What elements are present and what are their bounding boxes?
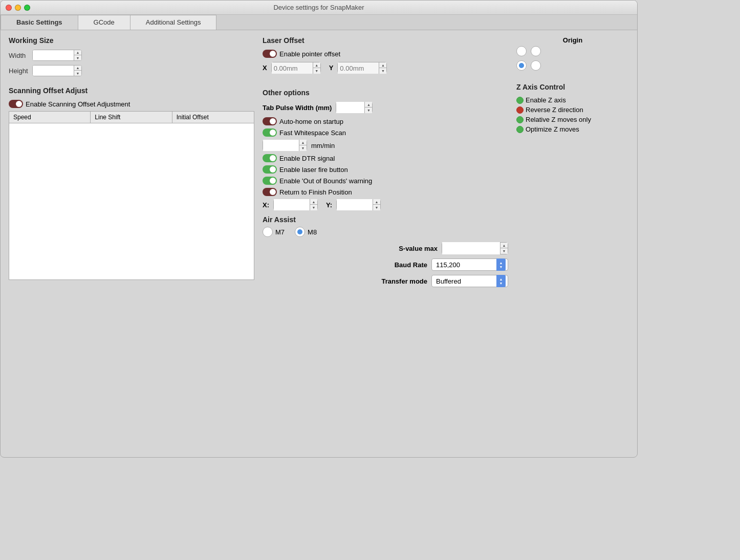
height-label: Height (9, 67, 29, 75)
speed-spinner: ▲ ▼ (299, 140, 307, 151)
laser-y-up[interactable]: ▲ (379, 62, 386, 68)
enable-laser-toggle[interactable] (263, 165, 277, 174)
laser-y-down[interactable]: ▼ (379, 68, 386, 74)
enable-z-label: Enable Z axis (526, 96, 566, 104)
enable-oob-toggle[interactable] (263, 177, 277, 185)
transfer-mode-arrows[interactable]: ▲ ▼ (496, 275, 506, 287)
width-field[interactable]: 330.0mm (33, 50, 74, 61)
origin-br[interactable] (531, 60, 541, 71)
optimize-z-label: Optimize Z moves (526, 125, 579, 133)
fp-x-field[interactable]: 0.0 (274, 199, 310, 210)
auto-home-toggle[interactable] (263, 117, 277, 125)
s-value-input[interactable]: 255 ▲ ▼ (442, 242, 508, 254)
close-button[interactable] (6, 5, 12, 11)
optimize-z-row: Optimize Z moves (516, 125, 629, 133)
scanning-offset-title: Scanning Offset Adjust (9, 87, 254, 95)
fp-y-down[interactable]: ▼ (373, 205, 380, 210)
laser-x-field[interactable] (272, 62, 313, 74)
tab-pulse-field[interactable]: 0.050 (336, 102, 364, 113)
m7-radio[interactable] (263, 227, 273, 237)
relative-z-row: Relative Z moves only (516, 116, 629, 123)
fp-y-spinner: ▲ ▼ (373, 199, 380, 210)
width-down[interactable]: ▼ (74, 55, 81, 61)
tab-gcode[interactable]: GCode (78, 15, 130, 30)
col-initial-offset: Initial Offset (172, 112, 254, 123)
height-down[interactable]: ▼ (74, 71, 81, 76)
m7-label: M7 (275, 228, 285, 236)
tab-additional-settings[interactable]: Additional Settings (130, 15, 217, 30)
speed-field[interactable]: 2000 (263, 140, 299, 151)
fp-x-down[interactable]: ▼ (310, 205, 317, 210)
enable-dtr-toggle[interactable] (263, 154, 277, 162)
baud-down-icon: ▼ (499, 265, 503, 269)
window-title: Device settings for SnapMaker (273, 4, 364, 11)
origin-tr[interactable] (531, 46, 541, 56)
maximize-button[interactable] (24, 5, 30, 11)
s-value-label: S-value max (399, 245, 438, 252)
return-finish-row: Return to Finish Position (263, 188, 508, 196)
s-value-down[interactable]: ▼ (500, 248, 508, 254)
laser-offset-toggle[interactable] (263, 50, 277, 58)
scan-table-header: Speed Line Shift Initial Offset (9, 112, 254, 123)
minimize-button[interactable] (15, 5, 21, 11)
speed-row: 2000 ▲ ▼ mm/min (263, 140, 508, 151)
height-spinner: ▲ ▼ (74, 65, 81, 76)
speed-down[interactable]: ▼ (299, 145, 307, 151)
m7-option[interactable]: M7 (263, 227, 285, 237)
air-assist-section: Air Assist M7 M8 (263, 216, 508, 237)
transfer-mode-row: Transfer mode Buffered ▲ ▼ (263, 275, 508, 287)
origin-bl[interactable] (516, 60, 527, 71)
fast-whitespace-label: Fast Whitespace Scan (279, 129, 346, 137)
laser-enable-row: Enable pointer offset (263, 50, 508, 58)
speed-up[interactable]: ▲ (299, 140, 307, 145)
s-value-field[interactable]: 255 (442, 242, 500, 254)
enable-oob-label: Enable 'Out of Bounds' warning (279, 177, 372, 185)
relative-z-dot (516, 116, 524, 123)
speed-input[interactable]: 2000 ▲ ▼ (263, 140, 307, 151)
col1: Working Size Width 330.0mm ▲ ▼ Height 36… (9, 36, 254, 291)
title-bar: Device settings for SnapMaker (1, 1, 637, 15)
tab-bar: Basic Settings GCode Additional Settings (1, 15, 637, 30)
tab-pulse-up[interactable]: ▲ (365, 102, 372, 107)
fp-x-input[interactable]: 0.0 ▲ ▼ (273, 199, 318, 210)
working-size-section: Working Size Width 330.0mm ▲ ▼ Height 36… (9, 36, 254, 76)
height-field[interactable]: 360.0mm (33, 65, 74, 76)
tab-pulse-down[interactable]: ▼ (365, 107, 372, 113)
laser-x-up[interactable]: ▲ (313, 62, 320, 68)
laser-x-input[interactable]: ▲ ▼ (271, 62, 321, 73)
tab-pulse-input[interactable]: 0.050 ▲ ▼ (336, 102, 373, 113)
fp-y-field[interactable]: 0.0 (337, 199, 373, 210)
height-up[interactable]: ▲ (74, 65, 81, 71)
origin-tl[interactable] (516, 46, 527, 56)
baud-rate-select[interactable]: 115,200 ▲ ▼ (431, 259, 508, 271)
col-line-shift: Line Shift (91, 112, 172, 123)
return-finish-toggle[interactable] (263, 188, 277, 196)
transfer-mode-select[interactable]: Buffered ▲ ▼ (431, 275, 508, 287)
laser-x-down[interactable]: ▼ (313, 68, 320, 74)
laser-y-label: Y (329, 64, 334, 72)
m8-radio[interactable] (295, 227, 305, 237)
relative-z-label: Relative Z moves only (526, 116, 591, 123)
s-value-spinner: ▲ ▼ (500, 243, 508, 254)
baud-rate-arrows[interactable]: ▲ ▼ (496, 259, 506, 271)
scanning-offset-toggle[interactable] (9, 100, 23, 108)
origin-section: Origin (516, 36, 629, 73)
fp-y-input[interactable]: 0.0 ▲ ▼ (336, 199, 381, 210)
tab-basic-settings[interactable]: Basic Settings (1, 15, 78, 30)
enable-dtr-row: Enable DTR signal (263, 154, 508, 162)
fp-x-up[interactable]: ▲ (310, 199, 317, 205)
z-axis-title: Z Axis Control (516, 83, 629, 91)
laser-y-field[interactable] (338, 62, 379, 74)
fp-y-up[interactable]: ▲ (373, 199, 380, 205)
s-value-up[interactable]: ▲ (500, 243, 508, 248)
width-input[interactable]: 330.0mm ▲ ▼ (32, 50, 82, 61)
laser-y-input[interactable]: ▲ ▼ (337, 62, 387, 73)
fast-whitespace-toggle[interactable] (263, 128, 277, 137)
laser-x-label: X (263, 64, 267, 72)
scanning-offset-toggle-row: Enable Scanning Offset Adjustment (9, 100, 254, 108)
width-up[interactable]: ▲ (74, 50, 81, 55)
height-input[interactable]: 360.0mm ▲ ▼ (32, 65, 82, 76)
scanning-offset-label: Enable Scanning Offset Adjustment (26, 100, 130, 108)
m8-option[interactable]: M8 (295, 227, 317, 237)
auto-home-row: Auto-home on startup (263, 117, 508, 125)
